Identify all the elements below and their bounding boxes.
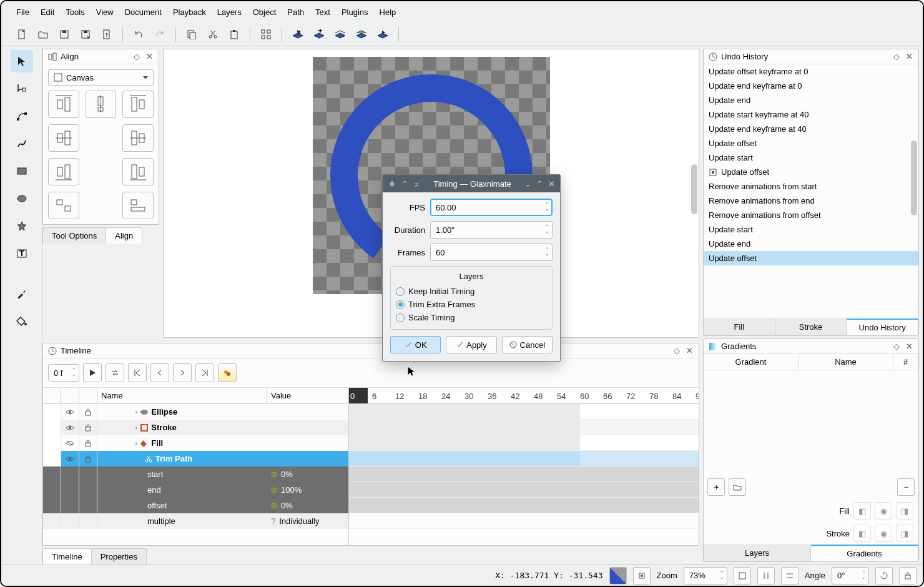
- panel-tab-fill[interactable]: Fill: [704, 319, 775, 335]
- align-button-9[interactable]: [48, 192, 79, 219]
- menu-edit[interactable]: Edit: [41, 7, 54, 17]
- menu-file[interactable]: File: [16, 7, 29, 17]
- collapse-icon[interactable]: ⌃: [401, 179, 408, 189]
- panel-float-icon[interactable]: ◇: [672, 346, 681, 355]
- layer-row[interactable]: multiple?Individually: [43, 513, 348, 529]
- paste-icon[interactable]: [226, 26, 242, 42]
- menu-text[interactable]: Text: [315, 7, 330, 17]
- layer-5-icon[interactable]: [375, 26, 391, 42]
- stroke-conical-button[interactable]: ◨: [896, 525, 913, 542]
- node-tool[interactable]: [11, 77, 33, 100]
- duration-input[interactable]: 1.00": [430, 221, 553, 239]
- undo-item[interactable]: Update start: [704, 222, 918, 237]
- pencil-tool[interactable]: [11, 132, 33, 155]
- menu-path[interactable]: Path: [287, 7, 304, 17]
- save-icon[interactable]: [56, 26, 72, 42]
- menu-plugins[interactable]: Plugins: [342, 7, 368, 17]
- undo-item[interactable]: Remove animations from end: [704, 194, 918, 208]
- rotate-icon[interactable]: [875, 567, 893, 585]
- save-as-icon[interactable]: [77, 26, 94, 42]
- flip-h-icon[interactable]: [757, 567, 775, 585]
- align-button-1[interactable]: [86, 91, 117, 118]
- radio-keep-initial-timing[interactable]: Keep Initial Timing: [396, 285, 547, 298]
- lock-view-icon[interactable]: [899, 567, 917, 585]
- export-icon[interactable]: [99, 26, 115, 42]
- copy-icon[interactable]: [184, 26, 200, 42]
- menu-document[interactable]: Document: [125, 7, 162, 17]
- color-swatch[interactable]: [609, 567, 627, 585]
- undo-item[interactable]: Update end keyframe at 0: [704, 79, 918, 93]
- undo-item[interactable]: Update offset: [704, 136, 918, 150]
- close-icon[interactable]: ✕: [548, 179, 555, 189]
- menu-help[interactable]: Help: [380, 7, 396, 17]
- undo-item[interactable]: Remove animations from start: [704, 179, 918, 194]
- frames-input[interactable]: 60: [430, 244, 553, 261]
- layer-row[interactable]: start0%: [43, 466, 348, 482]
- fit-icon[interactable]: [734, 567, 751, 585]
- zoom-input[interactable]: 73%: [684, 567, 727, 585]
- gradients-tab[interactable]: Gradients: [811, 545, 918, 561]
- last-frame-button[interactable]: [195, 363, 214, 382]
- panel-float-icon[interactable]: ◇: [892, 52, 901, 61]
- record-button[interactable]: [218, 363, 237, 382]
- fill-radial-button[interactable]: ◉: [875, 502, 892, 520]
- flip-v-icon[interactable]: [781, 567, 799, 585]
- fps-input[interactable]: 60.00: [430, 199, 553, 216]
- menu-tools[interactable]: Tools: [66, 7, 84, 17]
- expand-icon[interactable]: ⌅: [413, 179, 420, 189]
- snap-icon[interactable]: [258, 26, 274, 42]
- timeline-tab[interactable]: Timeline: [42, 548, 92, 565]
- undo-item[interactable]: Update offset keyframe at 0: [704, 64, 918, 79]
- bucket-tool[interactable]: [11, 310, 33, 332]
- remove-gradient-button[interactable]: －: [897, 478, 915, 496]
- layer-row[interactable]: offset0%: [43, 498, 348, 513]
- ok-button[interactable]: OK: [390, 336, 441, 353]
- layer-3-icon[interactable]: [332, 26, 348, 42]
- add-gradient-button[interactable]: ＋: [707, 478, 725, 496]
- play-button[interactable]: [83, 363, 102, 382]
- undo-item[interactable]: Update offset: [704, 251, 918, 265]
- menu-view[interactable]: View: [96, 7, 114, 17]
- loop-button[interactable]: [106, 363, 124, 382]
- fill-conical-button[interactable]: ◨: [896, 502, 913, 520]
- menu-layers[interactable]: Layers: [217, 7, 242, 17]
- cancel-button[interactable]: Cancel: [502, 336, 553, 353]
- align-relative-combo[interactable]: Canvas: [48, 69, 154, 86]
- radio-trim-extra-frames[interactable]: Trim Extra Frames: [396, 298, 547, 311]
- panel-close-icon[interactable]: ✕: [145, 52, 154, 61]
- panel-float-icon[interactable]: ◇: [892, 342, 901, 351]
- panel-close-icon[interactable]: ✕: [905, 342, 913, 351]
- layers-tab[interactable]: Layers: [704, 545, 811, 561]
- align-button-0[interactable]: [48, 91, 79, 118]
- redo-icon[interactable]: [152, 26, 168, 42]
- align-button-6[interactable]: [48, 158, 79, 185]
- ellipse-tool[interactable]: [11, 187, 33, 210]
- angle-input[interactable]: 0°: [832, 567, 869, 585]
- layer-4-icon[interactable]: [353, 26, 370, 42]
- layer-row[interactable]: ›Stroke: [43, 420, 348, 435]
- align-button-3[interactable]: [48, 124, 79, 152]
- layer-2-icon[interactable]: [311, 26, 327, 42]
- align-tab[interactable]: Align: [106, 227, 142, 244]
- layer-row[interactable]: ⌄Trim Path: [43, 451, 348, 466]
- maximize-icon[interactable]: ⌃: [536, 179, 543, 189]
- open-icon[interactable]: [35, 26, 51, 42]
- undo-item[interactable]: Update end keyframe at 40: [704, 122, 918, 136]
- menu-object[interactable]: Object: [253, 7, 277, 17]
- undo-item[interactable]: Update end: [704, 237, 918, 251]
- picker-tool[interactable]: [11, 282, 33, 305]
- undo-item[interactable]: Update start keyframe at 40: [704, 107, 918, 122]
- stroke-linear-button[interactable]: ◧: [853, 525, 871, 542]
- panel-close-icon[interactable]: ✕: [905, 52, 913, 61]
- tool-options-tab[interactable]: Tool Options: [42, 227, 106, 244]
- align-button-5[interactable]: [122, 124, 154, 152]
- menu-playback[interactable]: Playback: [173, 7, 206, 17]
- align-button-8[interactable]: [122, 158, 154, 185]
- layer-row[interactable]: ›Fill: [43, 435, 348, 451]
- radio-scale-timing[interactable]: Scale Timing: [396, 311, 547, 324]
- layer-row[interactable]: ›Ellipse: [43, 404, 348, 420]
- select-tool[interactable]: [11, 50, 33, 72]
- undo-item[interactable]: Update end: [704, 93, 918, 107]
- align-button-2[interactable]: [122, 91, 154, 118]
- text-tool[interactable]: T: [11, 242, 33, 265]
